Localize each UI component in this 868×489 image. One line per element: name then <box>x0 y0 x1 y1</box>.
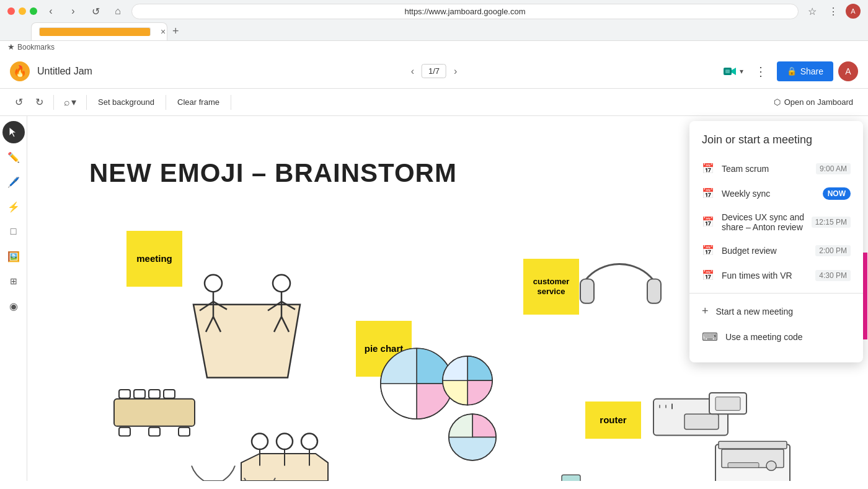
meeting-item-fun-times-vr[interactable]: 📅 Fun times with VR 4:30 PM <box>689 263 863 288</box>
svg-line-16 <box>281 316 289 332</box>
clear-frame-button[interactable]: Clear frame <box>171 95 226 109</box>
meeting-code-label: Use a meeting code <box>725 332 803 342</box>
more-tools[interactable]: ◉ <box>2 295 25 317</box>
image-tool[interactable]: 🖼️ <box>2 245 25 267</box>
svg-rect-35 <box>580 279 594 303</box>
header-actions: ▾ ⋮ 🔒 Share A <box>721 60 858 83</box>
meet-icon <box>722 64 737 79</box>
meeting-now-badge: NOW <box>823 187 851 200</box>
meeting-item-info-1: Team scrum <box>722 164 816 174</box>
meeting-time-3: 12:15 PM <box>812 217 851 228</box>
svg-rect-18 <box>119 390 130 398</box>
frame-navigation: ‹ 1/7 › <box>406 63 463 79</box>
open-icon: ⬡ <box>774 97 781 107</box>
svg-rect-101 <box>719 441 787 449</box>
active-tab[interactable]: Jam file name × <box>31 22 167 40</box>
sticky-note-tool[interactable]: □ <box>2 220 25 243</box>
meet-button[interactable]: ▾ <box>721 64 745 79</box>
sticky-note-router[interactable]: router <box>585 402 641 439</box>
svg-rect-21 <box>164 390 175 398</box>
calendar-icon-1: 📅 <box>702 163 714 175</box>
redo-button[interactable]: ↻ <box>30 94 48 110</box>
svg-point-5 <box>205 275 222 292</box>
svg-line-15 <box>274 316 281 332</box>
minimize-window[interactable] <box>19 7 26 15</box>
reload-button[interactable]: ↺ <box>87 2 104 20</box>
svg-rect-66 <box>562 475 580 481</box>
next-frame-button[interactable]: › <box>449 63 462 79</box>
plus-icon: + <box>702 305 709 318</box>
use-meeting-code-action[interactable]: ⌨ Use a meeting code <box>689 324 863 350</box>
svg-rect-23 <box>149 428 160 436</box>
canvas-title: NEW EMOJI – BRAINSTORM <box>89 158 457 188</box>
meeting-item-devices-ux[interactable]: 📅 Devices UX sync and share – Anton revi… <box>689 206 863 238</box>
open-on-jamboard-button[interactable]: ⬡ Open on Jamboard <box>769 95 858 109</box>
svg-line-10 <box>213 316 221 332</box>
svg-rect-17 <box>114 399 195 426</box>
svg-point-102 <box>766 461 776 471</box>
forward-button[interactable]: › <box>64 2 82 20</box>
meeting-time-1: 9:00 AM <box>816 163 851 174</box>
meeting-item-info-4: Budget review <box>722 246 815 256</box>
set-background-button[interactable]: Set background <box>92 95 161 109</box>
svg-point-11 <box>273 275 290 292</box>
app-title: Untitled Jam <box>37 66 721 77</box>
new-tab-button[interactable]: + <box>167 22 184 40</box>
svg-marker-28 <box>241 454 328 481</box>
cursor-icon <box>7 126 20 138</box>
svg-point-34 <box>449 414 496 460</box>
meeting-divider <box>689 293 863 294</box>
zoom-button[interactable]: ⌕ ▾ <box>59 94 81 110</box>
tab-close-button[interactable]: × <box>161 27 166 37</box>
close-window[interactable] <box>7 7 15 15</box>
app-logo: 🔥 <box>10 61 30 81</box>
svg-marker-4 <box>193 305 300 378</box>
sticky-note-meeting[interactable]: meeting <box>126 231 182 287</box>
svg-rect-100 <box>722 449 784 467</box>
bookmarks-label[interactable]: Bookmarks <box>17 43 55 52</box>
start-meeting-label: Start a new meeting <box>716 307 794 316</box>
marker-tool[interactable]: 🖊️ <box>2 171 25 193</box>
toolbar-separator-2 <box>86 95 87 110</box>
toolbar: ↺ ↻ ⌕ ▾ Set background Clear frame ⬡ Ope… <box>0 89 868 116</box>
calendar-icon-2: 📅 <box>702 187 714 200</box>
meeting-item-info-3: Devices UX sync and share – Anton review <box>722 212 812 232</box>
sticky-note-pie-chart[interactable]: pie chart <box>356 321 412 377</box>
select-tool[interactable] <box>2 121 25 143</box>
svg-point-33 <box>443 356 492 405</box>
profile-avatar[interactable]: A <box>846 4 861 19</box>
calendar-icon-3: 📅 <box>702 216 714 228</box>
share-label: Share <box>800 66 823 76</box>
address-bar[interactable]: https://www.jamboard.google.com <box>131 4 799 19</box>
meeting-item-weekly-sync[interactable]: 📅 Weekly sync NOW <box>689 181 863 206</box>
template-tool[interactable]: ⊞ <box>2 270 25 292</box>
undo-button[interactable]: ↺ <box>10 94 28 110</box>
extensions-button[interactable]: ⋮ <box>825 2 842 20</box>
svg-rect-36 <box>647 279 661 303</box>
share-button[interactable]: 🔒 Share <box>777 61 833 81</box>
prev-frame-button[interactable]: ‹ <box>406 63 419 79</box>
user-avatar[interactable]: A <box>838 61 858 81</box>
svg-rect-37 <box>653 399 728 436</box>
app-header: 🔥 Untitled Jam ‹ 1/7 › ▾ ⋮ 🔒 Share A <box>0 54 868 89</box>
svg-rect-19 <box>134 390 145 398</box>
start-new-meeting-action[interactable]: + Start a new meeting <box>689 298 863 324</box>
maximize-window[interactable] <box>30 7 37 15</box>
eraser-tool[interactable]: ⚡ <box>2 195 25 218</box>
svg-rect-43 <box>715 397 740 411</box>
svg-rect-103 <box>728 463 759 468</box>
calendar-icon-5: 📅 <box>702 269 714 282</box>
meeting-name-4: Budget review <box>722 246 815 256</box>
meeting-item-team-scrum[interactable]: 📅 Team scrum 9:00 AM <box>689 156 863 181</box>
sticky-note-customer-service[interactable]: customer service <box>523 259 579 315</box>
svg-rect-22 <box>119 428 130 436</box>
home-button[interactable]: ⌂ <box>109 2 126 20</box>
svg-point-27 <box>301 434 317 449</box>
svg-line-7 <box>200 302 213 311</box>
back-button[interactable]: ‹ <box>42 2 60 20</box>
toolbar-separator-4 <box>231 95 231 110</box>
meeting-item-budget-review[interactable]: 📅 Budget review 2:00 PM <box>689 238 863 263</box>
more-options-button[interactable]: ⋮ <box>750 60 772 83</box>
bookmark-button[interactable]: ☆ <box>804 2 821 20</box>
pen-tool[interactable]: ✏️ <box>2 146 25 168</box>
